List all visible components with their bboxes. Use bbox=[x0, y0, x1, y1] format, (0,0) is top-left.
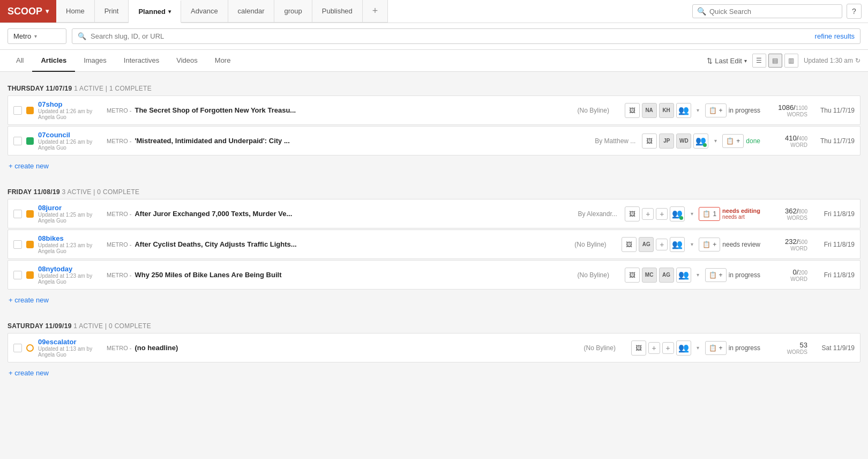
content-tab-images[interactable]: Images bbox=[75, 50, 115, 72]
photo-icon[interactable]: 🖼 bbox=[625, 206, 640, 221]
article-title[interactable]: Why 250 Miles of Bike Lanes Are Being Bu… bbox=[134, 271, 574, 279]
user-avatar[interactable]: AG bbox=[659, 268, 674, 283]
slug-updated: Updated at 1:13 am by Angela Guo bbox=[38, 346, 102, 358]
user-avatar[interactable]: KH bbox=[659, 103, 674, 118]
nav-tab-home[interactable]: Home bbox=[56, 0, 95, 23]
group-icon[interactable]: 👥 bbox=[670, 206, 685, 221]
expand-chevron-icon[interactable]: ▾ bbox=[710, 138, 720, 144]
nav-tab-calendar[interactable]: calendar bbox=[228, 0, 275, 23]
expand-chevron-icon[interactable]: ▾ bbox=[687, 211, 697, 217]
nav-tab-published[interactable]: Published bbox=[312, 0, 363, 23]
row-checkbox[interactable] bbox=[13, 106, 22, 115]
photo-icon[interactable]: 🖼 bbox=[631, 340, 646, 356]
content-tab-all[interactable]: All bbox=[8, 50, 32, 72]
note-button[interactable]: 📋+ bbox=[705, 268, 727, 282]
create-new-link[interactable]: + create new bbox=[8, 157, 50, 175]
group-icon[interactable]: 👥 bbox=[670, 237, 685, 252]
group-icon[interactable]: 👥 bbox=[676, 103, 691, 118]
content-tab-videos[interactable]: Videos bbox=[168, 50, 206, 72]
photo-icon[interactable]: 🖼 bbox=[625, 103, 640, 118]
refresh-icon[interactable]: ↻ bbox=[855, 57, 860, 64]
status-label: done bbox=[746, 137, 760, 145]
expand-chevron-icon[interactable]: ▾ bbox=[693, 107, 703, 113]
user-avatar[interactable]: WD bbox=[676, 134, 691, 149]
article-title[interactable]: After Cyclist Deaths, City Adjusts Traff… bbox=[134, 240, 571, 248]
word-count-value: 1086/1100 bbox=[765, 103, 807, 112]
group-icon[interactable]: 👥 bbox=[676, 340, 691, 356]
word-count-unit: WORDS bbox=[765, 349, 807, 355]
help-button[interactable]: ? bbox=[847, 4, 862, 19]
photo-icon[interactable]: 🖼 bbox=[622, 237, 637, 252]
row-checkbox[interactable] bbox=[13, 137, 22, 145]
nav-tab-advance[interactable]: Advance bbox=[181, 0, 228, 23]
byline: (No Byline) bbox=[574, 241, 617, 248]
photo-icon[interactable]: 🖼 bbox=[625, 268, 640, 283]
slug-name[interactable]: 07council bbox=[38, 131, 102, 139]
status-label: in progress bbox=[729, 106, 760, 114]
sort-button[interactable]: ⇅ Last Edit ▾ bbox=[707, 57, 747, 65]
status-indicator bbox=[26, 271, 34, 279]
quick-search-box[interactable]: 🔍 bbox=[692, 4, 842, 18]
slug-updated: Updated at 1:26 am by Angela Guo bbox=[38, 108, 102, 120]
create-new-link[interactable]: + create new bbox=[8, 291, 50, 309]
nav-tab-+[interactable]: + bbox=[363, 0, 388, 23]
group-icon[interactable]: 👥 bbox=[693, 134, 708, 149]
slug-name[interactable]: 07shop bbox=[38, 100, 102, 108]
content-tab-articles[interactable]: Articles bbox=[32, 50, 75, 72]
slug-search-input[interactable] bbox=[91, 32, 811, 40]
section-dropdown[interactable]: Metro ▾ bbox=[8, 28, 66, 44]
article-title[interactable]: After Juror Exchanged 7,000 Texts, Murde… bbox=[134, 210, 574, 218]
refine-results-link[interactable]: refine results bbox=[815, 32, 855, 40]
add-user-button[interactable]: + bbox=[648, 342, 660, 354]
expand-chevron-icon[interactable]: ▾ bbox=[687, 241, 697, 247]
row-checkbox[interactable] bbox=[13, 344, 22, 352]
word-count-unit: WORDS bbox=[765, 215, 807, 221]
slug-name[interactable]: 08bikes bbox=[38, 234, 102, 242]
list-view-icon[interactable]: ☰ bbox=[752, 54, 766, 68]
nav-tab-group[interactable]: group bbox=[274, 0, 312, 23]
word-count-unit: WORD bbox=[765, 246, 807, 251]
nav-tab-planned[interactable]: Planned ▾ bbox=[129, 1, 181, 23]
nav-tab-print[interactable]: Print bbox=[95, 0, 129, 23]
article-title[interactable]: 'Mistreated, Intimidated and Underpaid':… bbox=[134, 137, 592, 145]
status-indicator bbox=[26, 107, 34, 114]
app-logo[interactable]: SCOOP ▾ bbox=[0, 0, 56, 23]
article-info: METRO - After Cyclist Deaths, City Adjus… bbox=[107, 240, 617, 248]
group-icon[interactable]: 👥 bbox=[676, 268, 691, 283]
expand-chevron-icon[interactable]: ▾ bbox=[693, 272, 703, 278]
add-user-button[interactable]: + bbox=[642, 208, 654, 220]
add-user-button[interactable]: + bbox=[656, 239, 668, 250]
expand-chevron-icon[interactable]: ▾ bbox=[693, 345, 703, 351]
compact-view-icon[interactable]: ▥ bbox=[784, 54, 798, 68]
article-title[interactable]: The Secret Shop of Forgotten New York Tr… bbox=[134, 106, 574, 114]
quick-search-input[interactable] bbox=[709, 8, 827, 16]
row-checkbox[interactable] bbox=[13, 240, 22, 249]
slug-name[interactable]: 08nytoday bbox=[38, 265, 102, 273]
user-avatar[interactable]: JP bbox=[659, 134, 674, 149]
note-button[interactable]: 📋1 bbox=[699, 207, 720, 221]
status-text: needs review bbox=[722, 241, 760, 248]
create-new-link[interactable]: + create new bbox=[8, 364, 50, 382]
note-button[interactable]: 📋+ bbox=[705, 341, 727, 355]
user-avatar[interactable]: NA bbox=[642, 103, 657, 118]
note-button[interactable]: 📋+ bbox=[699, 238, 720, 251]
add-user-button[interactable]: + bbox=[656, 208, 668, 220]
table-row: 08bikes Updated at 1:23 am by Angela Guo… bbox=[8, 230, 860, 259]
grid-view-icon[interactable]: ▤ bbox=[768, 54, 782, 68]
note-button[interactable]: 📋+ bbox=[722, 134, 744, 148]
slug-name[interactable]: 09escalator bbox=[38, 338, 102, 346]
article-title[interactable]: (no headline) bbox=[134, 344, 580, 352]
word-count: 410/400 WORD bbox=[765, 134, 807, 148]
add-user-button[interactable]: + bbox=[662, 342, 674, 354]
content-tab-more[interactable]: More bbox=[206, 50, 240, 72]
slug-search-box[interactable]: 🔍 refine results bbox=[72, 28, 860, 44]
user-avatar[interactable]: MC bbox=[642, 268, 657, 283]
row-checkbox[interactable] bbox=[13, 271, 22, 279]
row-checkbox[interactable] bbox=[13, 210, 22, 218]
content-tab-interactives[interactable]: Interactives bbox=[115, 50, 168, 72]
photo-icon[interactable]: 🖼 bbox=[642, 134, 657, 149]
note-icon: 📋 bbox=[709, 271, 717, 279]
note-button[interactable]: 📋+ bbox=[705, 103, 727, 117]
slug-name[interactable]: 08juror bbox=[38, 204, 102, 212]
user-avatar[interactable]: AG bbox=[639, 237, 654, 252]
